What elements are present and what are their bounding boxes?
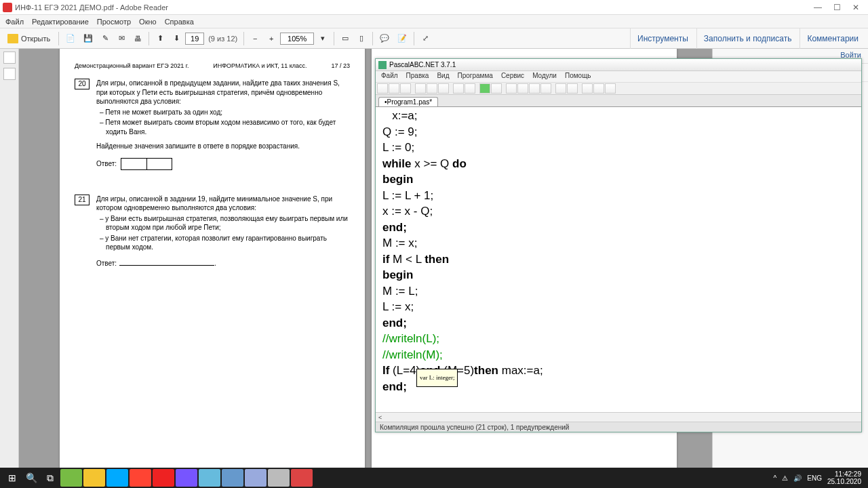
fit-page-icon[interactable]: ▭ bbox=[338, 31, 353, 46]
zoom-select[interactable] bbox=[280, 33, 314, 45]
task-number-20: 20 bbox=[75, 79, 90, 89]
answer-boxes-20 bbox=[121, 158, 172, 170]
zoom-out-icon[interactable]: − bbox=[248, 31, 262, 46]
sidebar-strip bbox=[0, 49, 19, 468]
pascal-stop-icon[interactable] bbox=[491, 83, 502, 94]
header-left: Демонстрационный вариант ЕГЭ 2021 г. bbox=[75, 62, 189, 69]
pascal-tabs: •Program1.pas* bbox=[376, 95, 861, 107]
code-tooltip: var L: integer; bbox=[416, 369, 458, 387]
tray-clock[interactable]: 11:42:2925.10.2020 bbox=[827, 470, 861, 485]
pascal-menu-edit[interactable]: Правка bbox=[402, 71, 433, 82]
menu-help[interactable]: Справка bbox=[161, 16, 198, 27]
pascal-menu-view[interactable]: Вид bbox=[433, 71, 453, 82]
tools-link[interactable]: Инструменты bbox=[630, 28, 695, 49]
taskbar-app[interactable] bbox=[199, 469, 220, 487]
thumbnails-icon[interactable] bbox=[3, 52, 16, 64]
sign-icon[interactable]: ✎ bbox=[98, 31, 113, 46]
task-21-body: Для игры, описанной в задании 19, найдит… bbox=[96, 195, 350, 268]
window-title: ИНФ-11 ЕГЭ 2021 ДЕМО.pdf - Adobe Reader bbox=[15, 3, 808, 12]
pascal-run-icon[interactable] bbox=[479, 83, 490, 94]
fill-sign-link[interactable]: Заполнить и подписать bbox=[696, 28, 799, 49]
taskbar-app[interactable] bbox=[130, 469, 151, 487]
page-input[interactable] bbox=[185, 33, 204, 45]
taskbar-app[interactable] bbox=[106, 469, 128, 487]
menu-edit[interactable]: Редактирование bbox=[28, 16, 93, 27]
next-page-icon[interactable]: ⬇ bbox=[169, 31, 184, 46]
pascal-tool-icon[interactable] bbox=[567, 83, 578, 94]
read-mode-icon[interactable]: ⤢ bbox=[418, 31, 433, 46]
pascal-tool-icon[interactable] bbox=[605, 83, 616, 94]
zoom-dropdown-icon[interactable]: ▾ bbox=[315, 31, 330, 46]
fit-width-icon[interactable]: ▯ bbox=[354, 31, 369, 46]
minimize-button[interactable]: — bbox=[808, 1, 827, 14]
pascal-tool-icon[interactable] bbox=[593, 83, 604, 94]
pascal-tab[interactable]: •Program1.pas* bbox=[378, 97, 438, 106]
pascal-tool-icon[interactable] bbox=[506, 83, 517, 94]
highlight-icon[interactable]: 📝 bbox=[394, 31, 410, 46]
pascal-titlebar[interactable]: PascalABC.NET 3.7.1 bbox=[376, 59, 861, 71]
task-20-body: Для игры, описанной в предыдущем задании… bbox=[96, 79, 350, 170]
taskbar-app[interactable] bbox=[60, 469, 82, 487]
pascal-menubar: Файл Правка Вид Программа Сервис Модули … bbox=[376, 71, 861, 83]
menu-view[interactable]: Просмотр bbox=[93, 16, 135, 27]
taskbar: ⊞ 🔍 ⧉ ^ ⚠ 🔊 ENG 11:42:2925.10.2020 bbox=[0, 468, 868, 488]
email-icon[interactable]: ✉ bbox=[114, 31, 129, 46]
header-center: ИНФОРМАТИКА и ИКТ, 11 класс. bbox=[213, 62, 307, 69]
pascal-menu-modules[interactable]: Модули bbox=[528, 71, 561, 82]
taskbar-app[interactable] bbox=[222, 469, 243, 487]
pascal-paste-icon[interactable] bbox=[438, 83, 449, 94]
pascal-tool-icon[interactable] bbox=[555, 83, 566, 94]
pdf-icon bbox=[3, 3, 12, 12]
save-icon[interactable]: 💾 bbox=[80, 31, 96, 46]
maximize-button[interactable]: ☐ bbox=[827, 1, 846, 14]
task-number-21: 21 bbox=[75, 195, 90, 205]
tray-volume-icon[interactable]: 🔊 bbox=[793, 474, 802, 482]
taskbar-app[interactable] bbox=[83, 469, 105, 487]
attachments-icon[interactable] bbox=[3, 68, 16, 80]
menu-window[interactable]: Окно bbox=[135, 16, 161, 27]
pascal-statusbar: Компиляция прошла успешно (21 строк), 1 … bbox=[376, 422, 861, 432]
search-icon[interactable]: 🔍 bbox=[22, 469, 41, 487]
pascal-tool-icon[interactable] bbox=[517, 83, 528, 94]
pascal-tool-icon[interactable] bbox=[582, 83, 593, 94]
pascal-redo-icon[interactable] bbox=[465, 83, 475, 94]
pascal-copy-icon[interactable] bbox=[427, 83, 437, 94]
print-icon[interactable]: 🖶 bbox=[130, 31, 145, 46]
comments-link[interactable]: Комментарии bbox=[800, 28, 865, 49]
taskbar-app[interactable] bbox=[291, 469, 313, 487]
task-view-icon[interactable]: ⧉ bbox=[41, 469, 60, 487]
pascal-new-icon[interactable] bbox=[377, 83, 388, 94]
zoom-in-icon[interactable]: + bbox=[264, 31, 279, 46]
pascal-menu-prog[interactable]: Программа bbox=[453, 71, 496, 82]
pascal-tool-icon[interactable] bbox=[529, 83, 540, 94]
create-pdf-icon[interactable]: 📄 bbox=[62, 31, 79, 46]
titlebar: ИНФ-11 ЕГЭ 2021 ДЕМО.pdf - Adobe Reader … bbox=[0, 0, 868, 15]
pascal-menu-file[interactable]: Файл bbox=[377, 71, 402, 82]
taskbar-app[interactable] bbox=[153, 469, 174, 487]
pascal-save-icon[interactable] bbox=[400, 83, 411, 94]
pascal-undo-icon[interactable] bbox=[453, 83, 464, 94]
taskbar-app[interactable] bbox=[245, 469, 267, 487]
taskbar-app[interactable] bbox=[268, 469, 290, 487]
taskbar-app[interactable] bbox=[176, 469, 197, 487]
pascal-scrollbar[interactable]: < bbox=[376, 412, 861, 422]
tray-lang[interactable]: ENG bbox=[807, 474, 822, 482]
menu-file[interactable]: Файл bbox=[1, 16, 28, 27]
tray-net-icon[interactable]: ⚠ bbox=[782, 474, 788, 482]
comment-icon[interactable]: 💬 bbox=[376, 31, 393, 46]
pascal-menu-help[interactable]: Помощь bbox=[561, 71, 595, 82]
pascal-tool-icon[interactable] bbox=[540, 83, 551, 94]
pascal-toolbar bbox=[376, 83, 861, 95]
close-button[interactable]: ✕ bbox=[846, 1, 865, 14]
pascal-cut-icon[interactable] bbox=[415, 83, 426, 94]
pascal-open-icon[interactable] bbox=[389, 83, 399, 94]
menubar: Файл Редактирование Просмотр Окно Справк… bbox=[0, 15, 868, 28]
pascal-menu-service[interactable]: Сервис bbox=[497, 71, 528, 82]
pascal-window[interactable]: PascalABC.NET 3.7.1 Файл Правка Вид Прог… bbox=[375, 58, 862, 432]
prev-page-icon[interactable]: ⬆ bbox=[153, 31, 167, 46]
folder-icon bbox=[7, 34, 18, 43]
tray-icon[interactable]: ^ bbox=[774, 474, 777, 482]
start-button[interactable]: ⊞ bbox=[3, 469, 22, 487]
pascal-code-editor[interactable]: x:=a; Q := 9; L := 0; while x >= Q do be… bbox=[376, 107, 861, 412]
open-button[interactable]: Открыть bbox=[3, 31, 55, 46]
